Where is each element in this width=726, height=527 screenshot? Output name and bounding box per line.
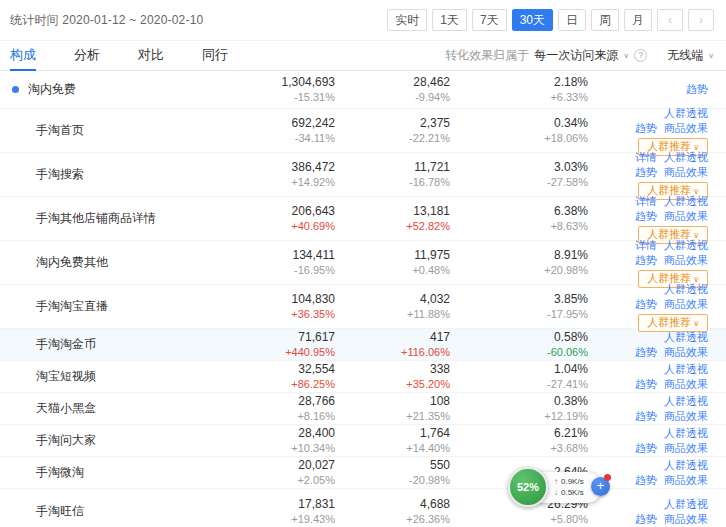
action-link-line: 趋势商品效果 <box>588 253 708 268</box>
trend-link[interactable]: 趋势 <box>635 166 657 178</box>
source-name: 淘宝短视频 <box>36 368 96 385</box>
trend-link[interactable]: 趋势 <box>635 210 657 222</box>
trend-link[interactable]: 趋势 <box>635 298 657 310</box>
product-effect-link[interactable]: 商品效果 <box>664 410 708 422</box>
trend-link[interactable]: 趋势 <box>635 378 657 390</box>
col3-cell: 8.91%+20.98% <box>450 248 588 277</box>
col2-change: +116.06% <box>335 345 450 359</box>
col2-value: 108 <box>335 394 450 408</box>
col2-value: 28,462 <box>335 75 450 89</box>
chevron-down-icon[interactable]: ∨ <box>708 51 714 59</box>
device-select[interactable]: 无线端 <box>667 47 703 64</box>
product-effect-link[interactable]: 商品效果 <box>664 166 708 178</box>
tab-peers[interactable]: 同行 <box>202 41 228 71</box>
col3-value: 3.85% <box>450 292 588 306</box>
action-link-line: 趋势 <box>588 82 708 97</box>
table-row: 天猫小黑盒28,766+8.16%108+21.35%0.38%+12.19%人… <box>0 393 726 425</box>
trend-link[interactable]: 趋势 <box>635 254 657 266</box>
tab-compare[interactable]: 对比 <box>138 41 164 71</box>
time-button-day[interactable]: 日 <box>558 9 586 31</box>
col2-change: +14.40% <box>335 441 450 455</box>
product-effect-link[interactable]: 商品效果 <box>664 378 708 390</box>
trend-link[interactable]: 趋势 <box>635 346 657 358</box>
col1-cell: 104,830+36.35% <box>190 292 335 321</box>
col1-cell: 134,411-16.95% <box>190 248 335 277</box>
trend-link[interactable]: 趋势 <box>635 410 657 422</box>
product-effect-link[interactable]: 商品效果 <box>664 122 708 134</box>
source-name-cell: 淘内免费其他 <box>0 254 190 271</box>
col1-change: +440.95% <box>190 345 335 359</box>
audience-insight-link[interactable]: 人群透视 <box>664 395 708 407</box>
col2-value: 4,688 <box>335 497 450 511</box>
audience-insight-link[interactable]: 人群透视 <box>664 151 708 163</box>
product-effect-link[interactable]: 商品效果 <box>664 442 708 454</box>
tab-analysis[interactable]: 分析 <box>74 41 100 71</box>
audience-insight-link[interactable]: 人群透视 <box>664 107 708 119</box>
source-name-cell: 手淘其他店铺商品详情 <box>0 210 190 227</box>
col2-value: 338 <box>335 362 450 376</box>
product-effect-link[interactable]: 商品效果 <box>664 210 708 222</box>
trend-link[interactable]: 趋势 <box>635 122 657 134</box>
chevron-down-icon[interactable]: ∨ <box>623 51 629 59</box>
trend-link[interactable]: 趋势 <box>686 83 708 95</box>
col3-value: 6.21% <box>450 426 588 440</box>
audience-insight-link[interactable]: 人群透视 <box>664 195 708 207</box>
bullet-dot-icon <box>12 86 19 93</box>
trend-link[interactable]: 趋势 <box>635 513 657 525</box>
help-icon[interactable]: ? <box>634 49 647 62</box>
trend-link[interactable]: 趋势 <box>635 474 657 486</box>
product-effect-link[interactable]: 商品效果 <box>664 513 708 525</box>
tab-bar: 构成分析对比同行 转化效果归属于 每一次访问来源 ∨ ? 无线端 ∨ <box>0 40 726 71</box>
notification-dot <box>604 474 611 481</box>
col3-cell: 6.21%+3.68% <box>450 426 588 455</box>
col3-change: +8.63% <box>450 219 588 233</box>
detail-link[interactable]: 详情 <box>635 195 657 207</box>
product-effect-link[interactable]: 商品效果 <box>664 474 708 486</box>
audience-insight-link[interactable]: 人群透视 <box>664 239 708 251</box>
audience-insight-link[interactable]: 人群透视 <box>664 283 708 295</box>
speed-monitor-widget[interactable]: ↑ 0.9K/s ↓ 0.5K/s 52% + <box>508 466 612 510</box>
col3-value: 0.34% <box>450 116 588 130</box>
next-icon[interactable]: › <box>688 9 714 31</box>
product-effect-link[interactable]: 商品效果 <box>664 346 708 358</box>
source-select[interactable]: 每一次访问来源 <box>534 47 618 64</box>
source-name: 手淘搜索 <box>36 166 84 183</box>
detail-link[interactable]: 详情 <box>635 239 657 251</box>
actions-cell: 人群透视趋势商品效果 <box>588 426 726 456</box>
actions-cell: 人群透视趋势商品效果 <box>588 394 726 424</box>
product-effect-link[interactable]: 商品效果 <box>664 298 708 310</box>
audience-insight-link[interactable]: 人群透视 <box>664 498 708 510</box>
action-button-line: 人群推荐∨ <box>588 312 708 332</box>
audience-insight-link[interactable]: 人群透视 <box>664 363 708 375</box>
audience-insight-link[interactable]: 人群透视 <box>664 427 708 439</box>
detail-link[interactable]: 详情 <box>635 151 657 163</box>
col2-cell: 4,032+11.88% <box>335 292 450 321</box>
time-button-7d[interactable]: 7天 <box>472 9 507 31</box>
col3-change: -17.95% <box>450 307 588 321</box>
col2-cell: 4,688+26.36% <box>335 497 450 526</box>
audience-insight-link[interactable]: 人群透视 <box>664 331 708 343</box>
action-link-line: 人群透视 <box>588 426 708 441</box>
stat-time-prefix: 统计时间 <box>10 13 59 27</box>
time-button-30d[interactable]: 30天 <box>512 9 553 31</box>
time-button-week[interactable]: 周 <box>591 9 619 31</box>
time-button-month[interactable]: 月 <box>624 9 652 31</box>
actions-cell: 详情人群透视趋势商品效果人群推荐∨ <box>588 194 726 244</box>
col1-change: +86.25% <box>190 377 335 391</box>
source-name-cell: 手淘微淘 <box>0 464 190 481</box>
time-button-realtime[interactable]: 实时 <box>387 9 427 31</box>
source-name: 淘内免费 <box>28 81 76 98</box>
audience-insight-link[interactable]: 人群透视 <box>664 459 708 471</box>
col2-change: +0.48% <box>335 263 450 277</box>
tab-composition[interactable]: 构成 <box>10 41 36 71</box>
col3-change: -60.06% <box>450 345 588 359</box>
time-button-1d[interactable]: 1天 <box>432 9 467 31</box>
prev-icon[interactable]: ‹ <box>657 9 683 31</box>
percent-badge[interactable]: 52% <box>508 467 548 507</box>
product-effect-link[interactable]: 商品效果 <box>664 254 708 266</box>
col3-change: +18.06% <box>450 131 588 145</box>
source-name: 手淘其他店铺商品详情 <box>36 210 156 227</box>
source-name: 手淘淘宝直播 <box>36 298 108 315</box>
actions-cell: 人群透视趋势商品效果人群推荐∨ <box>588 106 726 156</box>
trend-link[interactable]: 趋势 <box>635 442 657 454</box>
